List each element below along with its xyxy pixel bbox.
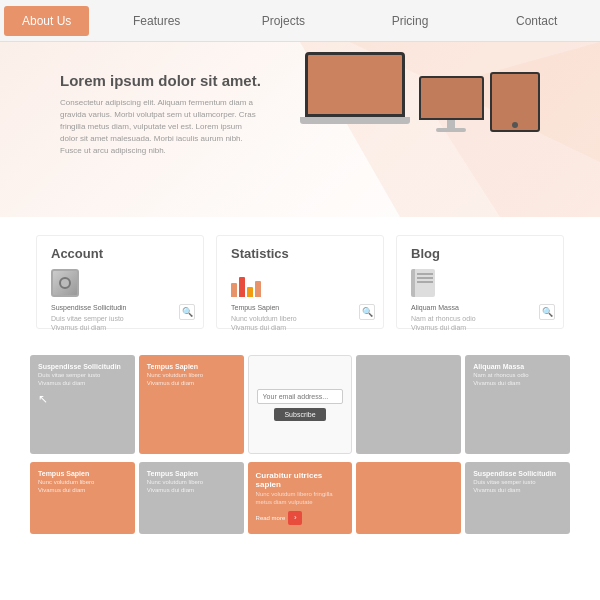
nav-pricing[interactable]: Pricing (347, 2, 474, 40)
blog-footer: Vivamus dui diam (411, 324, 549, 331)
safe-icon (51, 269, 79, 297)
bottom-cell-2-title: Tempus Sapien (147, 470, 236, 477)
nav-features[interactable]: Features (93, 2, 220, 40)
tablet-device (490, 72, 540, 132)
monitor-device (416, 76, 486, 132)
laptop-device (300, 52, 410, 132)
email-input[interactable] (257, 389, 344, 404)
account-card: Account Suspendisse Sollicitudin Duis vi… (36, 235, 204, 329)
statistics-desc: Tempus Sapien (231, 303, 369, 313)
hero-section: Lorem ipsum dolor sit amet. Consectetur … (0, 42, 600, 217)
grid-cell-email: Subscribe (248, 355, 353, 454)
grid-cell-2-title: Tempus Sapien (147, 363, 236, 370)
grid-cell-1-desc: Duis vitae semper iustoVivamus dui diam (38, 372, 127, 388)
statistics-icon (231, 269, 369, 297)
bottom-grid-top: Suspendisse Sollicitudin Duis vitae semp… (0, 347, 600, 462)
monitor-screen-inner (421, 78, 482, 118)
account-icon (51, 269, 189, 297)
bar-3 (247, 287, 253, 297)
laptop-screen (305, 52, 405, 117)
statistics-search-button[interactable]: 🔍 (359, 304, 375, 320)
bottom-grid-bottom: Tempus Sapien Nunc volutdum liberoVivamu… (0, 462, 600, 542)
cards-section: Account Suspendisse Sollicitudin Duis vi… (0, 217, 600, 347)
blog-card: Blog Aliquam Massa Nam at rhoncus odio V… (396, 235, 564, 329)
bottom-cell-1: Tempus Sapien Nunc volutdum liberoVivamu… (30, 462, 135, 534)
statistics-card-title: Statistics (231, 246, 369, 261)
statistics-subdesc: Nunc volutdum libero (231, 315, 369, 322)
grid-cell-1-title: Suspendisse Sollicitudin (38, 363, 127, 370)
blog-card-title: Blog (411, 246, 549, 261)
account-search-button[interactable]: 🔍 (179, 304, 195, 320)
grid-cell-4 (356, 355, 461, 454)
grid-cell-5: Aliquam Massa Nam at rhoncus odioVivamus… (465, 355, 570, 454)
nav-contact[interactable]: Contact (473, 2, 600, 40)
blog-search-button[interactable]: 🔍 (539, 304, 555, 320)
bottom-cell-1-desc: Nunc volutdum liberoVivamus dui diam (38, 479, 127, 495)
hero-title: Lorem ipsum dolor sit amet. (60, 72, 261, 89)
bottom-cell-4 (356, 462, 461, 534)
bar-2 (239, 277, 245, 297)
blog-subdesc: Nam at rhoncus odio (411, 315, 549, 322)
bottom-cell-5-desc: Duis vitae semper iustoVivamus dui diam (473, 479, 562, 495)
bottom-cell-2: Tempus Sapien Nunc volutdum liberoVivamu… (139, 462, 244, 534)
subscribe-button[interactable]: Subscribe (274, 408, 325, 421)
tablet-button (512, 122, 518, 128)
book-icon (411, 269, 435, 297)
blog-icon (411, 269, 549, 297)
bar-1 (231, 283, 237, 297)
blog-desc: Aliquam Massa (411, 303, 549, 313)
grid-cell-5-desc: Nam at rhoncus odioVivamus dui diam (473, 372, 562, 388)
bottom-cell-1-title: Tempus Sapien (38, 470, 127, 477)
bottom-cell-5: Suspendisse Sollicitudin Duis vitae semp… (465, 462, 570, 534)
hero-description: Consectetur adipiscing elit. Aliquam fer… (60, 97, 260, 157)
nav-projects[interactable]: Projects (220, 2, 347, 40)
devices-image (300, 52, 540, 132)
read-more-text: Read more (256, 515, 286, 521)
bottom-cell-wide-title: Curabitur ultrices sapien (256, 471, 345, 489)
statistics-card: Statistics Tempus Sapien Nunc volutdum l… (216, 235, 384, 329)
grid-cell-2-desc: Nunc volutdum liberoVivamus dui diam (147, 372, 236, 388)
statistics-footer: Vivamus dui diam (231, 324, 369, 331)
bottom-cell-2-desc: Nunc volutdum liberoVivamus dui diam (147, 479, 236, 495)
account-desc: Suspendisse Sollicitudin (51, 303, 189, 313)
chart-icon (231, 269, 369, 297)
grid-cell-1: Suspendisse Sollicitudin Duis vitae semp… (30, 355, 135, 454)
bottom-cell-wide-desc: Nunc volutdum libero fringilla metus dia… (256, 491, 345, 507)
monitor-screen (419, 76, 484, 120)
laptop-base (300, 117, 410, 124)
read-more-button[interactable]: › (288, 511, 302, 525)
bottom-cell-5-title: Suspendisse Sollicitudin (473, 470, 562, 477)
laptop-screen-inner (308, 55, 402, 114)
account-subdesc: Duis vitae semper iusto (51, 315, 189, 322)
navigation: About Us Features Projects Pricing Conta… (0, 0, 600, 42)
bar-4 (255, 281, 261, 297)
read-more-container: Read more › (256, 511, 345, 525)
account-card-title: Account (51, 246, 189, 261)
cursor-icon: ↖ (38, 392, 127, 406)
monitor-stand (447, 120, 455, 128)
account-footer: Vivamus dui diam (51, 324, 189, 331)
nav-about-us[interactable]: About Us (4, 6, 89, 36)
bottom-cell-wide: Curabitur ultrices sapien Nunc volutdum … (248, 462, 353, 534)
monitor-base (436, 128, 466, 132)
hero-text: Lorem ipsum dolor sit amet. Consectetur … (60, 72, 261, 157)
grid-cell-5-title: Aliquam Massa (473, 363, 562, 370)
grid-cell-2: Tempus Sapien Nunc volutdum liberoVivamu… (139, 355, 244, 454)
